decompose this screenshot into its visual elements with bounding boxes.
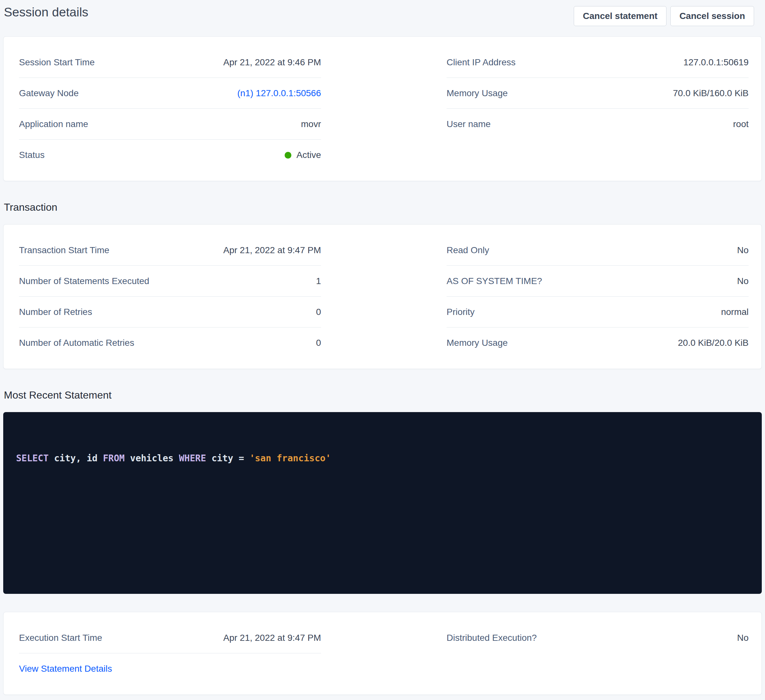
- row-value: Apr 21, 2022 at 9:47 PM: [223, 633, 321, 643]
- row-session-start-time: Session Start Time Apr 21, 2022 at 9:46 …: [19, 47, 321, 78]
- row-value: movr: [301, 119, 321, 129]
- active-status-dot-icon: [285, 152, 291, 159]
- row-status: Status Active: [19, 140, 321, 171]
- execution-card: Execution Start Time Apr 21, 2022 at 9:4…: [3, 612, 762, 695]
- session-details-page: Session details Cancel statement Cancel …: [0, 0, 765, 700]
- row-transaction-start-time: Transaction Start Time Apr 21, 2022 at 9…: [19, 235, 321, 266]
- status-badge: Active: [285, 150, 321, 160]
- view-statement-details-link[interactable]: View Statement Details: [19, 664, 112, 674]
- page-header: Session details Cancel statement Cancel …: [3, 3, 762, 30]
- execution-card-left-column: Execution Start Time Apr 21, 2022 at 9:4…: [19, 623, 321, 684]
- row-value: 0: [316, 307, 321, 317]
- row-label: Priority: [447, 307, 475, 317]
- row-client-ip-address: Client IP Address 127.0.0.1:50619: [447, 47, 749, 78]
- row-label: Number of Statements Executed: [19, 276, 150, 286]
- row-value: 0: [316, 338, 321, 348]
- sql-token-plain: vehicles: [124, 453, 179, 463]
- sql-token-keyword: FROM: [103, 453, 124, 463]
- row-label: Number of Retries: [19, 307, 92, 317]
- cancel-statement-button[interactable]: Cancel statement: [574, 6, 666, 26]
- row-user-name: User name root: [447, 109, 749, 140]
- row-value: No: [737, 245, 749, 256]
- row-distributed-execution: Distributed Execution? No: [447, 623, 749, 653]
- cancel-session-button[interactable]: Cancel session: [671, 6, 754, 26]
- execution-card-right-column: Distributed Execution? No: [447, 623, 749, 653]
- sql-statement-block: SELECT city, id FROM vehicles WHERE city…: [3, 412, 762, 594]
- sql-token-string: 'san francisco': [250, 453, 331, 463]
- sql-token-keyword: WHERE: [179, 453, 206, 463]
- row-view-statement-details: View Statement Details: [19, 653, 321, 684]
- gateway-node-link[interactable]: (n1) 127.0.0.1:50566: [237, 88, 321, 99]
- row-value: 70.0 KiB/160.0 KiB: [673, 88, 749, 99]
- page-title: Session details: [4, 4, 88, 20]
- row-value: root: [733, 119, 749, 129]
- row-application-name: Application name movr: [19, 109, 321, 140]
- transaction-card-left-column: Transaction Start Time Apr 21, 2022 at 9…: [19, 235, 321, 358]
- row-as-of-system-time: AS OF SYSTEM TIME? No: [447, 266, 749, 297]
- row-value: normal: [721, 307, 749, 317]
- row-value: 1: [316, 276, 321, 286]
- session-summary-card: Session Start Time Apr 21, 2022 at 9:46 …: [3, 36, 762, 181]
- row-statements-executed: Number of Statements Executed 1: [19, 266, 321, 297]
- row-value: Apr 21, 2022 at 9:46 PM: [223, 57, 321, 67]
- row-label: Client IP Address: [447, 57, 515, 67]
- row-value: Apr 21, 2022 at 9:47 PM: [223, 245, 321, 256]
- row-execution-start-time: Execution Start Time Apr 21, 2022 at 9:4…: [19, 623, 321, 653]
- row-transaction-memory-usage: Memory Usage 20.0 KiB/20.0 KiB: [447, 328, 749, 358]
- row-label: Transaction Start Time: [19, 245, 109, 256]
- status-text: Active: [296, 150, 321, 160]
- row-label: User name: [447, 119, 491, 129]
- row-label: AS OF SYSTEM TIME?: [447, 276, 542, 286]
- row-label: Read Only: [447, 245, 489, 256]
- row-label: Memory Usage: [447, 88, 508, 99]
- row-gateway-node: Gateway Node (n1) 127.0.0.1:50566: [19, 78, 321, 109]
- row-memory-usage: Memory Usage 70.0 KiB/160.0 KiB: [447, 78, 749, 109]
- session-card-right-column: Client IP Address 127.0.0.1:50619 Memory…: [447, 47, 749, 140]
- session-card-left-column: Session Start Time Apr 21, 2022 at 9:46 …: [19, 47, 321, 171]
- row-value: No: [737, 276, 749, 286]
- statement-section-heading: Most Recent Statement: [4, 388, 762, 402]
- row-automatic-retries: Number of Automatic Retries 0: [19, 328, 321, 358]
- row-value: 127.0.0.1:50619: [683, 57, 749, 67]
- sql-statement-line: SELECT city, id FROM vehicles WHERE city…: [16, 452, 749, 465]
- row-priority: Priority normal: [447, 297, 749, 328]
- transaction-card: Transaction Start Time Apr 21, 2022 at 9…: [3, 224, 762, 369]
- row-number-of-retries: Number of Retries 0: [19, 297, 321, 328]
- row-label: Distributed Execution?: [447, 633, 537, 643]
- sql-token-plain: city =: [206, 453, 250, 463]
- row-label: Application name: [19, 119, 88, 129]
- transaction-card-right-column: Read Only No AS OF SYSTEM TIME? No Prior…: [447, 235, 749, 358]
- row-label: Execution Start Time: [19, 633, 102, 643]
- header-buttons: Cancel statement Cancel session: [574, 6, 754, 26]
- transaction-section-heading: Transaction: [4, 201, 762, 214]
- row-label: Memory Usage: [447, 338, 508, 348]
- row-label: Gateway Node: [19, 88, 79, 99]
- row-value: 20.0 KiB/20.0 KiB: [678, 338, 749, 348]
- sql-token-keyword: SELECT: [16, 453, 49, 463]
- row-label: Status: [19, 150, 44, 160]
- row-label: Session Start Time: [19, 57, 94, 67]
- row-label: Number of Automatic Retries: [19, 338, 134, 348]
- row-read-only: Read Only No: [447, 235, 749, 266]
- sql-token-plain: city, id: [49, 453, 103, 463]
- row-value: No: [737, 633, 749, 643]
